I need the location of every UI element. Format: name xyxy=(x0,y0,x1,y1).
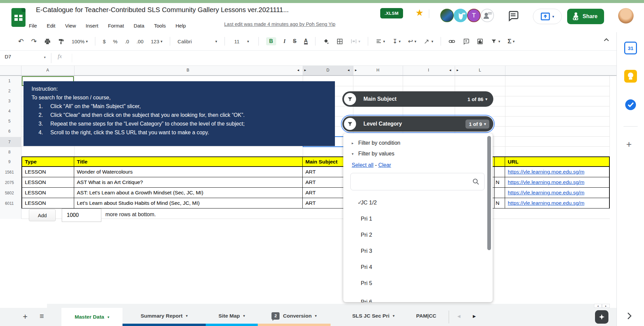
add-rows-button[interactable]: Add xyxy=(29,209,56,221)
explore-button[interactable] xyxy=(595,310,608,324)
sls-url-link[interactable]: https://vle.learning.moe.edu.sg/m xyxy=(508,200,584,206)
keep-icon[interactable] xyxy=(624,70,637,83)
format-percent-button[interactable]: % xyxy=(113,39,117,44)
hidden-columns-right-icon[interactable]: ► xyxy=(304,68,307,72)
table-row[interactable]: LESSON Let’s Learn about Studio Habits o… xyxy=(21,198,610,208)
all-sheets-icon[interactable]: ≡ xyxy=(40,312,44,321)
hidden-columns-left-icon[interactable]: ◄ xyxy=(297,68,300,72)
show-side-panel-icon[interactable] xyxy=(627,312,632,321)
tab-summary-report[interactable]: Summary Report▾ xyxy=(122,308,206,324)
tab-master-data[interactable]: Master Data▾ xyxy=(61,308,122,326)
user-profile-avatar[interactable] xyxy=(618,8,634,24)
document-title[interactable]: E-Catalogue for Teacher-Contributed SLS … xyxy=(36,6,289,14)
column-headers[interactable]: A B D H I L ◄ ► ◄ ► ◄ ► xyxy=(0,66,616,76)
filter-option-pri5[interactable]: Pri 5 xyxy=(343,275,484,291)
slicer-count-dropdown[interactable]: 1 of 9▾ xyxy=(465,120,489,129)
table-row[interactable]: LESSON AST: Let's Learn about a Growth M… xyxy=(21,188,610,198)
filter-option-jc12[interactable]: ✓ JC 1/2 xyxy=(343,194,484,211)
tab-caret-icon[interactable]: ▾ xyxy=(393,314,395,318)
filter-option-pri6[interactable]: Pri 6 xyxy=(343,294,484,302)
undo-icon[interactable]: ↶ xyxy=(18,37,24,45)
sls-url-link[interactable]: https://vle.learning.moe.edu.sg/m xyxy=(508,169,584,175)
filter-icon[interactable]: ▾ xyxy=(491,39,500,44)
row-header[interactable]: 5 xyxy=(0,119,19,124)
row-header[interactable]: 3 xyxy=(0,99,19,103)
table-row[interactable]: LESSON Wonder of Watercolours ART https:… xyxy=(21,167,610,177)
sls-url-link[interactable]: https://vle.learning.moe.edu.sg/m xyxy=(508,190,584,196)
sheets-logo-icon[interactable] xyxy=(11,8,26,27)
merge-cells-button[interactable]: ▾ xyxy=(350,38,360,44)
calendar-icon[interactable]: 31 xyxy=(624,42,637,54)
increase-decimal-button[interactable]: .00 xyxy=(137,39,144,44)
row-header[interactable]: 8 xyxy=(0,150,19,154)
horizontal-scrollbar[interactable]: ◄ ► xyxy=(47,304,610,308)
font-size-select[interactable]: 11▾ xyxy=(232,39,251,44)
row-header[interactable]: 7 xyxy=(0,140,19,144)
hidden-columns-left-icon[interactable]: ◄ xyxy=(347,68,350,72)
cell-partial[interactable]: N xyxy=(495,198,505,208)
collapse-toolbar-icon[interactable] xyxy=(603,36,610,45)
select-all-corner[interactable] xyxy=(0,66,21,75)
paint-format-icon[interactable] xyxy=(58,38,64,45)
text-wrap-button[interactable]: ↩▾ xyxy=(408,38,416,45)
insert-link-icon[interactable] xyxy=(448,38,455,45)
tab-conversion[interactable]: 2 Conversion▾ xyxy=(258,308,331,324)
tabs-scroll-right-icon[interactable]: ► xyxy=(472,313,477,319)
name-box-caret-icon[interactable]: ▾ xyxy=(44,55,46,59)
avatar-collaborator-cat[interactable] xyxy=(454,9,467,22)
text-color-button[interactable]: A xyxy=(304,38,308,44)
insert-chart-icon[interactable] xyxy=(477,38,483,45)
menu-file[interactable]: File xyxy=(29,23,37,29)
hidden-columns-right-icon[interactable]: ► xyxy=(354,68,357,72)
filter-by-condition-row[interactable]: ▸ Filter by condition xyxy=(352,140,400,146)
comment-history-icon[interactable] xyxy=(507,10,519,21)
clear-link[interactable]: Clear xyxy=(378,162,391,168)
hidden-columns-right-icon[interactable]: ► xyxy=(456,68,459,72)
column-header-i[interactable]: I xyxy=(428,68,429,73)
cell-title[interactable]: Wonder of Watercolours xyxy=(74,167,303,177)
menu-format[interactable]: Format xyxy=(108,23,124,29)
tab-caret-icon[interactable]: ▾ xyxy=(243,314,245,318)
filter-option-pri1[interactable]: Pri 1 xyxy=(343,211,484,227)
bold-button[interactable]: B xyxy=(266,37,276,45)
row-header[interactable]: 1 xyxy=(0,79,19,83)
tab-site-map[interactable]: Site Map▾ xyxy=(206,308,258,324)
column-header-d[interactable]: D xyxy=(327,68,330,73)
tabs-scroll-left-icon[interactable]: ◄ xyxy=(456,313,461,319)
cell-partial[interactable]: N xyxy=(495,177,505,187)
add-rows-count-input[interactable] xyxy=(62,208,101,222)
avatar-collaborator-t[interactable]: T xyxy=(467,9,481,22)
row-header[interactable]: 4 xyxy=(0,109,19,113)
add-addon-icon[interactable]: + xyxy=(626,139,632,150)
name-box[interactable]: D7 xyxy=(5,54,11,59)
cell-type[interactable]: LESSON xyxy=(21,167,74,177)
filter-option-pri4[interactable]: Pri 4 xyxy=(343,259,484,275)
cell-partial[interactable] xyxy=(495,188,505,198)
avatar-collaborator-photo[interactable] xyxy=(440,9,454,22)
text-rotation-button[interactable]: ▾ xyxy=(424,39,433,44)
scroll-left-icon[interactable]: ◄ xyxy=(594,304,602,308)
borders-icon[interactable] xyxy=(337,38,343,45)
menu-view[interactable]: View xyxy=(65,23,76,29)
fill-color-icon[interactable] xyxy=(323,38,329,45)
hidden-columns-left-icon[interactable]: ◄ xyxy=(449,68,452,72)
column-header-h[interactable]: H xyxy=(377,68,380,73)
font-select[interactable]: Calibri▾ xyxy=(178,39,217,44)
filter-option-pri2[interactable]: Pri 2 xyxy=(343,227,484,243)
filter-search-box[interactable] xyxy=(350,173,485,190)
tab-sls-jc-sec-pri[interactable]: SLS JC Sec Pri▾ xyxy=(331,308,416,324)
print-icon[interactable] xyxy=(44,38,51,45)
filter-search-input[interactable] xyxy=(355,177,469,187)
cell-title[interactable]: AST: Let's Learn about a Growth Mindset … xyxy=(74,188,303,198)
format-currency-button[interactable]: $ xyxy=(103,39,105,44)
sls-url-link[interactable]: https://vle.learning.moe.edu.sg/m xyxy=(508,179,584,185)
slicer-level-category[interactable]: Level Category 1 of 9▾ xyxy=(342,116,493,132)
row-header[interactable]: 6011 xyxy=(0,201,19,206)
share-button[interactable]: Share xyxy=(567,9,604,24)
insert-comment-icon[interactable] xyxy=(463,38,469,45)
filter-by-values-row[interactable]: ▾ Filter by values xyxy=(352,151,394,157)
slicer-count-dropdown[interactable]: 1 of 86▾ xyxy=(467,96,487,102)
cell-title[interactable]: Let’s Learn about Studio Habits of Mind … xyxy=(74,198,303,208)
row-header[interactable]: 6 xyxy=(0,129,19,134)
star-icon[interactable]: ★ xyxy=(415,7,424,18)
